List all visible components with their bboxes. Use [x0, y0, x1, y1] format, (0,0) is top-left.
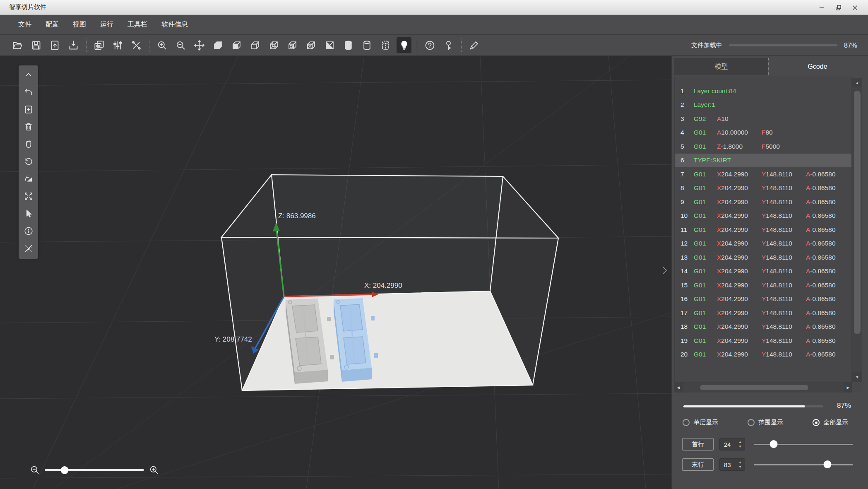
gcode-token: Y148.8110 [762, 240, 806, 247]
close-button[interactable] [846, 0, 863, 15]
view-cylinder-wire-button[interactable] [359, 37, 374, 53]
gcode-line-15[interactable]: 15G01X204.2990Y148.8110A-0.86580 [675, 278, 851, 292]
panel-collapse-arrow[interactable] [661, 265, 668, 277]
spinner-arrows-icon[interactable]: ▲▼ [738, 460, 742, 469]
move-view-button[interactable] [192, 37, 207, 53]
zoom-slider-thumb[interactable] [61, 466, 69, 474]
menu-file[interactable]: 文件 [12, 18, 38, 31]
tab-model[interactable]: 模型 [674, 58, 768, 75]
minimize-button[interactable] [813, 0, 830, 15]
gcode-line-2[interactable]: 2Layer:1 [675, 98, 851, 112]
repair-tools-button[interactable] [129, 37, 144, 53]
lighting-bulb-button[interactable] [397, 37, 411, 53]
zoom-out-button[interactable] [173, 37, 188, 53]
menu-toolbar[interactable]: 工具栏 [121, 18, 154, 31]
gcode-line-18[interactable]: 18G01X204.2990Y148.8110A-0.86580 [675, 320, 851, 334]
gcode-token: X204.2990 [717, 282, 762, 289]
radio-icon[interactable] [748, 419, 755, 426]
restore-button[interactable] [830, 0, 846, 15]
open-file-button[interactable] [10, 37, 25, 53]
gcode-line-19[interactable]: 19G01X204.2990Y148.8110A-0.86580 [675, 334, 851, 348]
gcode-line-9[interactable]: 9G01X204.2990Y148.8110A-0.86580 [675, 195, 851, 209]
zoom-in-button[interactable] [154, 37, 169, 53]
view-cylinder-solid-button[interactable] [341, 37, 356, 53]
license-key-button[interactable] [441, 37, 456, 53]
mirror-model-button[interactable] [23, 173, 34, 184]
display-mode-radio-1[interactable]: 范围显示 [748, 419, 783, 426]
scroll-left-button[interactable]: ◀ [674, 383, 683, 393]
last-line-slider-thumb[interactable] [823, 460, 831, 468]
collapse-up-button[interactable] [23, 69, 34, 80]
gcode-line-16[interactable]: 16G01X204.2990Y148.8110A-0.86580 [675, 292, 851, 306]
zoom-in-icon[interactable] [148, 465, 160, 475]
annotate-pen-button[interactable] [466, 37, 481, 53]
first-line-button[interactable]: 首行 [682, 438, 714, 450]
scroll-down-button[interactable]: ▼ [852, 372, 862, 382]
view-section-cube-button[interactable] [322, 37, 337, 53]
gcode-line-6[interactable]: 6TYPE:SKIRT [675, 154, 851, 168]
gcode-line-12[interactable]: 12G01X204.2990Y148.8110A-0.86580 [675, 237, 851, 251]
menu-software-info[interactable]: 软件信息 [155, 18, 195, 31]
gcode-horizontal-scrollbar[interactable]: ◀ ▶ [674, 383, 852, 393]
viewport-zoom-slider[interactable] [45, 466, 144, 474]
menu-view[interactable]: 视图 [66, 18, 93, 31]
gcode-line-4[interactable]: 4G01A10.00000F80 [675, 126, 851, 140]
duplicate-model-button[interactable] [91, 37, 106, 53]
view-wire-cube-c-button[interactable] [285, 37, 300, 53]
gcode-line-20[interactable]: 20G01X204.2990Y148.8110A-0.86580 [675, 348, 851, 362]
undo-button[interactable] [23, 87, 34, 97]
menu-config[interactable]: 配置 [39, 18, 65, 31]
import-model-button[interactable] [47, 37, 62, 53]
radio-icon[interactable] [813, 419, 820, 426]
pan-hand-button[interactable] [23, 139, 34, 149]
menu-run[interactable]: 运行 [94, 18, 120, 31]
tab-gcode[interactable]: Gcode [768, 58, 866, 75]
first-line-slider-thumb[interactable] [770, 440, 778, 448]
radio-icon[interactable] [683, 419, 690, 426]
select-pointer-button[interactable] [23, 208, 34, 219]
gcode-line-14[interactable]: 14G01X204.2990Y148.8110A-0.86580 [675, 265, 851, 279]
gcode-line-13[interactable]: 13G01X204.2990Y148.8110A-0.86580 [675, 251, 851, 265]
scroll-right-button[interactable]: ▶ [844, 383, 852, 393]
view-wire-cube-b-button[interactable] [266, 37, 281, 53]
gcode-line-1[interactable]: 1Layer count:84 [675, 84, 851, 98]
gcode-line-5[interactable]: 5G01Z-1.8000F5000 [675, 140, 851, 154]
viewport-3d[interactable]: Z: 863.9986 X: 204.2990 Y: 208.7742 [0, 56, 671, 489]
delete-model-button[interactable] [23, 121, 34, 132]
first-line-slider[interactable] [754, 438, 853, 450]
measure-tool-button[interactable] [23, 243, 34, 254]
last-line-spinner[interactable]: 83 ▲▼ [719, 458, 745, 471]
first-line-spinner[interactable]: 24 ▲▼ [719, 438, 745, 450]
last-line-button[interactable]: 末行 [682, 458, 714, 471]
adjust-settings-button[interactable] [110, 37, 125, 53]
gcode-line-8[interactable]: 8G01X204.2990Y148.8110A-0.86580 [675, 181, 851, 195]
spinner-arrows-icon[interactable]: ▲▼ [738, 440, 742, 449]
gcode-list[interactable]: 1Layer count:842Layer:13G92A104G01A10.00… [674, 77, 852, 383]
horizontal-scroll-thumb[interactable] [700, 385, 808, 390]
gcode-line-7[interactable]: 7G01X204.2990Y148.8110A-0.86580 [675, 167, 851, 181]
view-solid-cube-button[interactable] [210, 37, 225, 53]
rotate-view-button[interactable] [23, 156, 34, 167]
export-file-button[interactable] [66, 37, 81, 53]
add-model-button[interactable] [23, 104, 34, 115]
save-file-button[interactable] [29, 37, 43, 53]
view-wire-cube-d-button[interactable] [303, 37, 318, 53]
display-mode-radio-2[interactable]: 全部显示 [813, 419, 848, 426]
display-mode-radio-0[interactable]: 单层显示 [683, 419, 718, 426]
gcode-vertical-scrollbar[interactable]: ▲ ▼ [852, 78, 862, 382]
scroll-up-button[interactable]: ▲ [852, 78, 862, 87]
view-wire-cube-a-button[interactable] [248, 37, 262, 53]
vertical-scroll-thumb[interactable] [854, 91, 861, 334]
help-button[interactable] [422, 37, 437, 53]
gcode-token: Y148.8110 [762, 184, 806, 192]
zoom-out-icon[interactable] [29, 465, 41, 475]
fit-view-button[interactable] [23, 191, 34, 202]
view-cylinder-points-button[interactable] [378, 37, 393, 53]
gcode-line-3[interactable]: 3G92A10 [675, 112, 851, 126]
model-info-button[interactable] [23, 226, 34, 236]
gcode-line-17[interactable]: 17G01X204.2990Y148.8110A-0.86580 [675, 306, 851, 320]
last-line-slider[interactable] [754, 458, 853, 471]
gcode-line-10[interactable]: 10G01X204.2990Y148.8110A-0.86580 [675, 209, 851, 223]
view-face-cube-button[interactable] [229, 37, 244, 53]
gcode-line-11[interactable]: 11G01X204.2990Y148.8110A-0.86580 [675, 223, 851, 237]
